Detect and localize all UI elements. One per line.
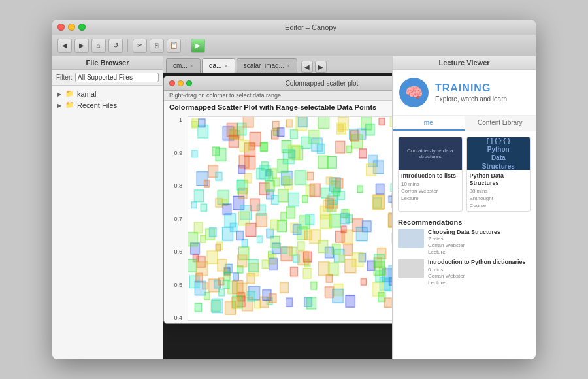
video-card-lists[interactable]: Container-type data structures Introduct… — [398, 137, 463, 212]
tab-da[interactable]: da... × — [202, 58, 235, 73]
lecture-tabs: me Content Library — [393, 116, 536, 131]
scatter-plot-area[interactable] — [188, 116, 392, 321]
recommendations-title: Recommendations — [398, 218, 531, 226]
home-button[interactable]: ⌂ — [91, 39, 106, 53]
tab-me[interactable]: me — [393, 116, 465, 131]
y-label-07: 0.7 — [164, 216, 182, 222]
y-label-09: 0.9 — [164, 150, 182, 156]
traffic-lights — [57, 24, 86, 31]
folder-icon: 📁 — [65, 90, 74, 98]
filter-row: Filter: All Supported Files Python Files… — [52, 70, 163, 86]
video-thumb-structures: [ ] { } { }PythonDataStructures — [467, 137, 531, 170]
y-label-06: 0.6 — [164, 248, 182, 255]
scatter-close[interactable] — [169, 80, 175, 86]
y-label-04: 0.4 — [164, 314, 182, 321]
toolbar: ◀ ▶ ⌂ ↺ ✂ ⎘ 📋 ▶ — [52, 35, 536, 56]
training-text: TRAINING Explore, watch and learn — [435, 82, 507, 103]
filter-select[interactable]: All Supported Files Python Files All Fil… — [75, 73, 159, 82]
tab-me-label: me — [424, 119, 433, 126]
rec-title-1: Choosing Data Structures — [428, 229, 531, 236]
training-icon: 🧠 — [399, 78, 429, 107]
file-browser-panel: File Browser Filter: All Supported Files… — [52, 56, 163, 359]
folder-name: kamal — [77, 90, 96, 98]
rec-info-1: Choosing Data Structures 7 mins Corran W… — [428, 229, 531, 255]
rec-info-2: Introduction to Python dictionaries 6 mi… — [428, 259, 531, 286]
rec-duration-2: 6 mins — [428, 267, 531, 272]
training-title: TRAINING — [435, 82, 507, 94]
file-tree-item-kamal[interactable]: ▶ 📁 kamal — [52, 88, 163, 99]
thumb-text-2: [ ] { } { }PythonDataStructures — [482, 137, 515, 171]
scroll-left[interactable]: ◀ — [301, 61, 313, 73]
scatter-max[interactable] — [186, 80, 192, 86]
lecture-panel: Lecture Viewer 🧠 TRAINING Explore, watch… — [392, 56, 536, 359]
editor-area: cm... × da... × scalar_imag... × ◀ ▶ — [163, 56, 392, 359]
video-type-2: Course — [470, 203, 528, 208]
y-label-1: 1 — [164, 116, 182, 123]
copy-button[interactable]: ⎘ — [150, 39, 164, 53]
expand-arrow-recent: ▶ — [57, 103, 63, 108]
training-subtitle: Explore, watch and learn — [435, 95, 507, 103]
rec-duration-1: 7 mins — [428, 236, 531, 242]
rec-type-1: Lecture — [428, 249, 531, 255]
nav-arrows: ◀ ▶ — [301, 61, 327, 73]
y-axis-labels: 1 0.9 0.8 0.7 0.6 0.5 0.4 — [164, 114, 182, 323]
scroll-right[interactable]: ▶ — [315, 61, 327, 73]
scatter-min[interactable] — [178, 80, 184, 86]
back-button[interactable]: ◀ — [57, 39, 72, 53]
scatter-hint: Right-drag on colorbar to select data ra… — [164, 91, 392, 101]
scatter-plot-window: Colormapped scatter plot Right-drag on c… — [163, 76, 392, 324]
rec-type-2: Lecture — [428, 280, 531, 286]
rec-author-2: Corran Webster — [428, 273, 531, 279]
maximize-button[interactable] — [78, 24, 86, 31]
paste-button[interactable]: 📋 — [167, 39, 181, 53]
forward-button[interactable]: ▶ — [74, 39, 89, 53]
training-banner: 🧠 TRAINING Explore, watch and learn — [393, 70, 536, 116]
canopy-window: Editor – Canopy ◀ ▶ ⌂ ↺ ✂ ⎘ 📋 ▶ File Bro… — [52, 20, 536, 359]
thumb-text-1: Container-type data structures — [401, 148, 459, 159]
scatter-window-title: Colormapped scatter plot — [192, 80, 392, 87]
run-button[interactable]: ▶ — [191, 39, 205, 53]
rec-item-1[interactable]: Choosing Data Structures 7 mins Corran W… — [398, 229, 531, 255]
lecture-header: Lecture Viewer — [393, 56, 536, 70]
folder-icon-recent: 📁 — [65, 101, 74, 109]
tab-cm-label: cm... — [173, 62, 188, 69]
video-author-2: Enthought — [470, 195, 528, 201]
window-title: Editor – Canopy — [91, 24, 531, 31]
scatter-body: 1 0.9 0.8 0.7 0.6 0.5 0.4 — [164, 114, 392, 323]
rec-item-2[interactable]: Introduction to Python dictionaries 6 mi… — [398, 259, 531, 286]
tab-scalar-label: scalar_imag... — [244, 62, 284, 69]
video-type-1: Lecture — [401, 195, 459, 201]
scatter-main-title: Colormapped Scatter Plot with Range-sele… — [164, 101, 392, 114]
toolbar-sep-1 — [127, 39, 128, 52]
rec-thumb-1 — [398, 229, 424, 248]
minimize-button[interactable] — [68, 24, 75, 31]
tab-content-library-label: Content Library — [478, 119, 522, 126]
lecture-body: Container-type data structures Introduct… — [393, 131, 536, 359]
scatter-traffic-lights — [169, 80, 192, 86]
tab-scalar[interactable]: scalar_imag... × — [237, 58, 298, 73]
video-card-structures[interactable]: [ ] { } { }PythonDataStructures Python D… — [466, 137, 531, 212]
video-duration-1: 10 mins — [401, 181, 459, 187]
tab-bar: cm... × da... × scalar_imag... × ◀ ▶ — [163, 56, 392, 73]
rec-title-2: Introduction to Python dictionaries — [428, 259, 531, 266]
toolbar-sep-2 — [186, 39, 186, 52]
video-title-1: Introduction to lists — [401, 173, 459, 180]
cut-button[interactable]: ✂ — [133, 39, 147, 53]
video-thumb-lists: Container-type data structures — [399, 137, 462, 170]
folder-name-recent: Recent Files — [77, 101, 117, 109]
tab-da-close[interactable]: × — [224, 63, 227, 69]
tab-content-library[interactable]: Content Library — [465, 116, 536, 131]
filter-label: Filter: — [56, 74, 73, 81]
tab-cm[interactable]: cm... × — [166, 58, 201, 73]
expand-arrow: ▶ — [57, 91, 63, 97]
refresh-button[interactable]: ↺ — [108, 39, 123, 53]
tab-scalar-close[interactable]: × — [287, 63, 290, 69]
y-label-08: 0.8 — [164, 182, 182, 189]
file-tree-item-recent[interactable]: ▶ 📁 Recent Files — [52, 99, 163, 110]
tab-cm-close[interactable]: × — [190, 63, 193, 69]
close-button[interactable] — [57, 24, 65, 31]
rec-author-1: Corran Webster — [428, 242, 531, 248]
scatter-title-bar: Colormapped scatter plot — [164, 76, 392, 91]
file-tree: ▶ 📁 kamal ▶ 📁 Recent Files — [52, 86, 163, 359]
y-label-05: 0.5 — [164, 282, 182, 288]
